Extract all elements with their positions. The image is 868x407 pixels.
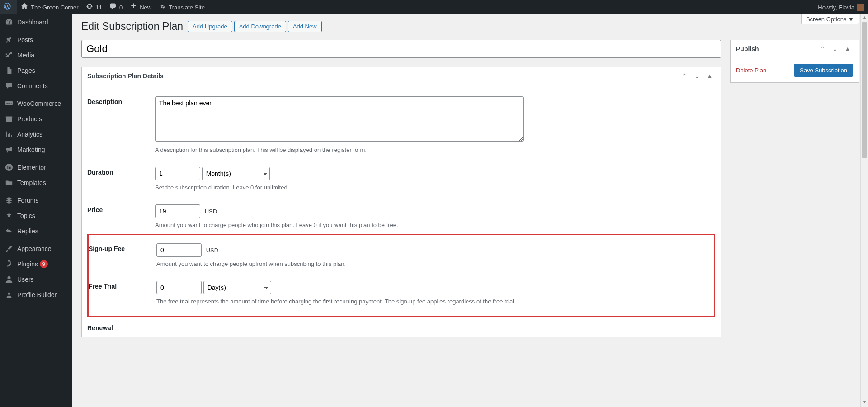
comments-menu[interactable]: 0 xyxy=(106,0,126,14)
toggle-panel-icon[interactable]: ▲ xyxy=(704,71,715,81)
page-icon xyxy=(5,66,14,75)
sidebar-item-label: Dashboard xyxy=(17,19,48,26)
sidebar-item-forums[interactable]: Forums xyxy=(0,193,72,208)
sidebar-item-label: WooCommerce xyxy=(17,100,61,107)
sidebar-item-label: Comments xyxy=(17,82,48,90)
duration-help: Set the subscription duration. Leave 0 f… xyxy=(155,184,715,191)
sidebar-item-label: Forums xyxy=(17,197,38,204)
plan-title-input[interactable] xyxy=(81,40,721,58)
save-subscription-button[interactable]: Save Subscription xyxy=(794,64,853,77)
sidebar-item-label: Appearance xyxy=(17,245,52,252)
add-new-button[interactable]: Add New xyxy=(288,21,322,32)
duration-unit-select[interactable]: Month(s) xyxy=(202,167,270,180)
sidebar-item-dashboard[interactable]: Dashboard xyxy=(0,14,72,30)
scroll-thumb[interactable] xyxy=(862,22,867,158)
description-help: A description for this subscription plan… xyxy=(155,147,715,153)
profile-icon xyxy=(5,291,14,299)
sidebar-item-label: Products xyxy=(17,115,42,123)
comment-icon xyxy=(5,82,14,90)
forum-icon xyxy=(5,196,14,204)
price-input[interactable] xyxy=(155,204,200,218)
sidebar-item-comments[interactable]: Comments xyxy=(0,78,72,94)
comments-count: 0 xyxy=(119,4,123,11)
move-up-icon[interactable]: ⌃ xyxy=(817,43,828,54)
free-trial-unit-select[interactable]: Day(s) xyxy=(203,281,271,294)
updates-menu[interactable]: 11 xyxy=(82,0,106,14)
sidebar-item-woocommerce[interactable]: wooWooCommerce xyxy=(0,96,72,111)
screen-options-toggle[interactable]: Screen Options ▼ xyxy=(801,14,859,24)
sidebar-item-appearance[interactable]: Appearance xyxy=(0,241,72,256)
description-textarea[interactable] xyxy=(155,96,524,142)
sidebar-item-media[interactable]: Media xyxy=(0,47,72,63)
renewal-label: Renewal xyxy=(87,322,155,331)
admin-toolbar: The Green Corner 11 0 New Translate Site… xyxy=(0,0,868,14)
sidebar-item-label: Plugins xyxy=(17,260,38,268)
plan-details-heading: Subscription Plan Details xyxy=(87,72,164,80)
duration-label: Duration xyxy=(87,167,155,176)
translate-site-menu[interactable]: Translate Site xyxy=(155,0,208,14)
sidebar-item-topics[interactable]: Topics xyxy=(0,208,72,223)
howdy-label: Howdy, Flavia xyxy=(818,4,854,11)
add-upgrade-button[interactable]: Add Upgrade xyxy=(188,21,232,32)
sidebar-item-products[interactable]: Products xyxy=(0,111,72,127)
move-down-icon[interactable]: ⌄ xyxy=(692,71,703,81)
pin-icon xyxy=(5,36,14,44)
brush-icon xyxy=(5,245,14,253)
price-currency: USD xyxy=(205,208,217,215)
svg-point-3 xyxy=(8,293,10,295)
sidebar-item-analytics[interactable]: Analytics xyxy=(0,127,72,142)
price-label: Price xyxy=(87,204,155,213)
sidebar-item-replies[interactable]: Replies xyxy=(0,223,72,239)
price-help: Amount you want to charge people who joi… xyxy=(155,222,715,228)
sidebar-item-users[interactable]: Users xyxy=(0,272,72,287)
wp-logo-menu[interactable] xyxy=(0,0,17,14)
publish-heading: Publish xyxy=(736,45,759,52)
add-downgrade-button[interactable]: Add Downgrade xyxy=(234,21,286,32)
svg-text:woo: woo xyxy=(6,102,12,105)
sidebar-item-pages[interactable]: Pages xyxy=(0,63,72,78)
sidebar-item-label: Replies xyxy=(17,227,38,235)
new-content-menu[interactable]: New xyxy=(126,0,155,14)
move-down-icon[interactable]: ⌄ xyxy=(830,43,840,54)
plus-icon xyxy=(130,3,137,12)
sidebar-item-templates[interactable]: Templates xyxy=(0,175,72,190)
free-trial-input[interactable] xyxy=(156,281,202,294)
sidebar-item-label: Templates xyxy=(17,179,46,186)
updates-count: 11 xyxy=(96,4,102,11)
topic-icon xyxy=(5,212,14,220)
vertical-scrollbar[interactable]: ▴ ▾ xyxy=(860,14,868,346)
sidebar-item-elementor[interactable]: Elementor xyxy=(0,160,72,175)
scroll-up-icon[interactable]: ▴ xyxy=(861,14,868,22)
user-icon xyxy=(5,275,14,284)
translate-label: Translate Site xyxy=(169,4,205,11)
dashboard-icon xyxy=(5,18,14,26)
toggle-panel-icon[interactable]: ▲ xyxy=(842,43,853,54)
translate-icon xyxy=(159,3,166,12)
new-label: New xyxy=(140,4,151,11)
publish-box: Publish ⌃ ⌄ ▲ Delete Plan Save Subscript… xyxy=(730,40,859,83)
update-icon xyxy=(86,3,93,12)
comment-icon xyxy=(109,3,117,12)
megaphone-icon xyxy=(5,146,14,154)
sidebar-item-profile-builder[interactable]: Profile Builder xyxy=(0,287,72,303)
avatar xyxy=(857,4,864,11)
woo-icon: woo xyxy=(5,99,14,108)
sidebar-item-label: Posts xyxy=(17,36,33,43)
sidebar-item-label: Media xyxy=(17,52,34,59)
delete-plan-link[interactable]: Delete Plan xyxy=(736,67,766,74)
sidebar-item-plugins[interactable]: Plugins9 xyxy=(0,256,72,272)
signup-fee-input[interactable] xyxy=(156,243,202,257)
plan-details-box: Subscription Plan Details ⌃ ⌄ ▲ Descript… xyxy=(81,67,721,337)
sidebar-item-label: Users xyxy=(17,276,34,283)
sidebar-item-label: Analytics xyxy=(17,131,42,138)
reply-icon xyxy=(5,227,14,235)
main-content: Screen Options ▼ Edit Subscription Plan … xyxy=(72,14,868,346)
move-up-icon[interactable]: ⌃ xyxy=(679,71,690,81)
sidebar-item-posts[interactable]: Posts xyxy=(0,32,72,47)
site-name-menu[interactable]: The Green Corner xyxy=(17,0,82,14)
signup-fee-label: Sign-up Fee xyxy=(89,243,156,252)
sidebar-item-label: Profile Builder xyxy=(17,291,57,298)
my-account-menu[interactable]: Howdy, Flavia xyxy=(814,0,868,14)
sidebar-item-marketing[interactable]: Marketing xyxy=(0,142,72,157)
duration-input[interactable] xyxy=(155,167,200,180)
